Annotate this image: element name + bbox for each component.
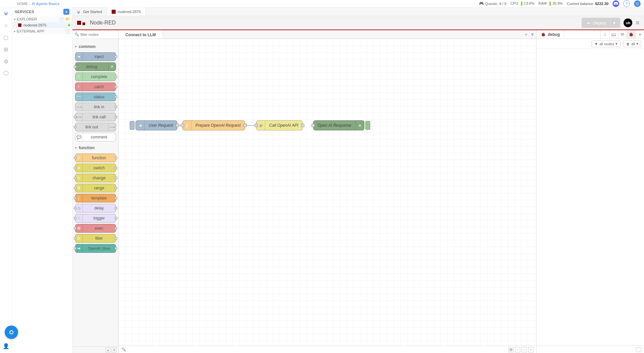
nodered-icon [112,10,116,14]
output-port[interactable] [176,124,179,127]
palette-collapse-up-button[interactable]: ▴ [106,348,110,352]
exclaim-icon: ! [75,83,83,91]
inject-button[interactable] [130,121,134,130]
ubos-icon: ⊍ [77,10,81,14]
palette-node-status[interactable]: 〰status [75,93,116,101]
filter-nodes-input[interactable] [80,33,116,37]
info-tab-button[interactable]: i [600,30,609,39]
flow-node-user-request[interactable]: ➜ User Request [135,120,177,130]
chat-bubble-button[interactable] [5,326,18,339]
clear-all-button[interactable]: 🗑 all ▾ [623,41,641,47]
palette-collapse-down-button[interactable]: ▾ [112,348,116,352]
sidebar-menu-button[interactable]: ▾ [635,30,644,39]
user-avatar[interactable]: U [634,0,641,7]
palette-category-function[interactable]: ▾ function [74,143,116,152]
output-port[interactable] [301,124,304,127]
explorer-section[interactable]: ▾ EXPLORER 📄 📁 [12,16,72,22]
breadcrumb-home[interactable]: HOME [17,2,28,6]
palette-footer: ▴ ▾ [72,346,118,353]
palette-node-range[interactable]: ⇅range [75,184,116,192]
palette-node-inject[interactable]: ➜inject [75,52,116,61]
user-icon[interactable]: 👤 [2,342,10,350]
output-port[interactable] [243,124,247,127]
chevron-down-icon[interactable]: ▾ [610,20,616,25]
palette-node-link-call[interactable]: ⟷link call [75,113,116,121]
nodered-icon [18,23,21,27]
palette-node-comment[interactable]: 💬comment [75,133,116,141]
palette-node-template[interactable]: {template [75,194,116,202]
add-flow-button[interactable]: + [525,32,528,38]
tab-get-started[interactable]: ⊍ Get Started [72,7,107,16]
palette-category-common[interactable]: ▾ common [74,42,116,51]
palette-node-function[interactable]: ƒfunction [75,154,116,162]
breadcrumb-current[interactable]: AI Agents Basics [32,2,60,6]
palette-node-catch[interactable]: !catch [75,82,116,91]
monitor-icon[interactable]: 🖵 [2,70,10,77]
new-folder-icon[interactable]: 📁 [65,17,70,21]
list-icon: ≡ [355,121,364,130]
home-icon[interactable]: ⌂ [2,21,10,29]
template-icon: { [75,194,83,202]
layout-icon[interactable]: ▢ [2,34,10,41]
palette-node-debug[interactable]: debug≡ [75,62,116,71]
expand-sidebar-button[interactable] [636,347,641,352]
palette-search[interactable]: 🔍 [72,30,118,39]
quests-indicator[interactable]: 🎮 Quests: 4 / 9 [479,1,506,6]
palette-node-link-out[interactable]: link out⟶ [75,123,116,131]
external-app-section[interactable]: ▸ EXTERNAL APP 📄 [12,28,72,34]
search-icon[interactable]: 🔍 [121,347,126,352]
palette-node-filter[interactable]: ⫛filter [75,234,116,243]
link-icon: ⟶ [108,123,116,131]
flow-node-call-openai[interactable]: ⊕ Call OpenAI API [256,120,303,130]
palette-node-link-in[interactable]: ⟶link in [75,103,116,111]
workspace: Connect to LLM + ▾ ➜ User Req [119,30,537,353]
chevron-down-icon: ▾ [636,42,638,46]
svg-point-1 [10,331,13,334]
explorer-item-nodered[interactable]: nodered-2875 [12,22,72,28]
debug-tab[interactable]: 🐞 debug [537,30,564,39]
flow-menu-button[interactable]: ▾ [531,31,534,38]
config-tab-button[interactable]: ⚒ [618,30,627,39]
range-icon: ⇅ [75,184,83,192]
palette-node-openai[interactable]: ➜OpenAI Ubos [75,244,116,253]
settings-icon[interactable]: ⚙ [2,58,10,65]
logo-icon[interactable]: ⊍ [2,9,10,17]
filter-nodes-button[interactable]: ▼ all nodes ▾ [591,41,621,47]
deploy-arrow-icon: ➜ [586,20,590,25]
flow-canvas[interactable]: ➜ User Request ƒ Prepare OpenAI Request [119,39,536,346]
link-icon: ⟶ [75,103,83,111]
flow-node-prepare-request[interactable]: ƒ Prepare OpenAI Request [182,120,245,130]
nodered-logo-icon [77,21,81,25]
new-file-icon[interactable]: 📄 [65,29,70,34]
new-file-icon[interactable]: 📄 [59,17,64,21]
ub-badge[interactable]: ub [624,18,632,27]
apps-icon[interactable]: ⊞ [2,46,10,53]
balance-indicator: Current balance: $222.30 [567,2,608,6]
zoom-reset-button[interactable]: ○ [522,347,527,352]
help-icon[interactable]: ? [623,0,630,7]
debug-sidebar: 🐞 debug i 📖 ⚒ 🐞 ▾ ▼ all nodes [537,30,644,353]
palette-node-exec[interactable]: ⚙exec [75,224,116,233]
input-port[interactable] [181,124,184,127]
palette-node-change[interactable]: ✎change [75,174,116,182]
discord-icon[interactable] [612,0,619,7]
input-port[interactable] [311,124,315,127]
tab-nodered[interactable]: nodered-2875 [107,7,146,16]
zoom-in-button[interactable]: + [528,347,534,352]
help-tab-button[interactable]: 📖 [609,30,618,39]
navigator-button[interactable]: ▦ [508,347,514,352]
debug-tab-button[interactable]: 🐞 [627,30,635,39]
palette-node-switch[interactable]: ⤨switch [75,164,116,172]
palette-node-trigger[interactable]: ⎍trigger [75,214,116,223]
flow-tab-connect-to-llm[interactable]: Connect to LLM [119,30,163,39]
deploy-button[interactable]: ➜ Deploy ▾ [582,18,620,28]
flow-node-response[interactable]: Open AI Response ≡ [313,120,364,130]
palette-node-delay[interactable]: ◷delay [75,204,116,213]
palette-node-complete[interactable]: !complete [75,72,116,81]
add-service-button[interactable]: + [63,9,69,15]
arrow-right-icon: ➜ [75,244,83,252]
menu-icon[interactable]: ≡ [636,19,639,26]
debug-toggle-button[interactable] [365,121,370,130]
input-port[interactable] [254,124,258,127]
zoom-out-button[interactable]: − [515,347,520,352]
